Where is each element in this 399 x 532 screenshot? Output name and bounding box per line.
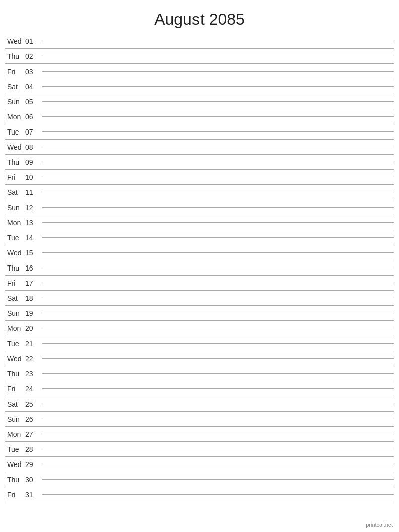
day-name: Sat	[5, 83, 25, 91]
day-line	[42, 479, 394, 480]
day-row: Wed08	[5, 140, 394, 155]
day-number: 03	[25, 68, 40, 76]
day-row: Fri10	[5, 170, 394, 185]
day-number: 09	[25, 158, 40, 166]
day-name: Thu	[5, 158, 25, 166]
day-number: 28	[25, 445, 40, 453]
day-line	[42, 101, 394, 102]
day-line	[42, 162, 394, 162]
day-name: Wed	[5, 460, 25, 469]
day-line	[42, 464, 394, 464]
day-number: 14	[25, 234, 40, 242]
day-row: Tue21	[5, 336, 394, 351]
day-line	[42, 449, 394, 449]
day-line	[42, 192, 394, 192]
day-row: Sat11	[5, 185, 394, 200]
day-number: 13	[25, 219, 40, 227]
day-row: Fri03	[5, 64, 394, 79]
day-row: Wed15	[5, 245, 394, 260]
day-row: Wed29	[5, 457, 394, 472]
day-number: 01	[25, 37, 40, 45]
day-number: 18	[25, 294, 40, 302]
day-line	[42, 434, 394, 434]
day-row: Fri17	[5, 276, 394, 291]
day-row: Tue28	[5, 442, 394, 457]
day-name: Tue	[5, 128, 25, 136]
day-line	[42, 116, 394, 117]
day-row: Wed22	[5, 351, 394, 366]
day-number: 25	[25, 400, 40, 408]
day-line	[42, 343, 394, 344]
day-number: 05	[25, 98, 40, 106]
day-name: Mon	[5, 430, 25, 438]
day-row: Mon27	[5, 427, 394, 442]
day-line	[42, 207, 394, 208]
day-row: Tue07	[5, 124, 394, 140]
day-number: 08	[25, 143, 40, 151]
day-name: Tue	[5, 445, 25, 453]
day-number: 30	[25, 476, 40, 484]
day-row: Fri31	[5, 487, 394, 502]
day-name: Thu	[5, 476, 25, 484]
day-row: Thu02	[5, 49, 394, 64]
day-name: Thu	[5, 264, 25, 272]
day-row: Sun26	[5, 412, 394, 427]
day-line	[42, 373, 394, 374]
day-row: Sun12	[5, 200, 394, 215]
day-name: Fri	[5, 173, 25, 181]
day-row: Sat04	[5, 79, 394, 94]
day-name: Sun	[5, 98, 25, 106]
day-number: 27	[25, 430, 40, 438]
day-line	[42, 237, 394, 238]
day-line	[42, 404, 394, 404]
day-name: Tue	[5, 234, 25, 242]
day-name: Mon	[5, 113, 25, 121]
day-number: 06	[25, 113, 40, 121]
day-number: 19	[25, 309, 40, 317]
day-line	[42, 252, 394, 253]
day-name: Sun	[5, 415, 25, 423]
day-line	[42, 177, 394, 177]
day-name: Fri	[5, 68, 25, 76]
day-row: Fri24	[5, 381, 394, 396]
day-number: 15	[25, 249, 40, 257]
day-number: 07	[25, 128, 40, 136]
day-line	[42, 328, 394, 328]
day-line	[42, 358, 394, 359]
day-number: 21	[25, 340, 40, 348]
day-line	[42, 41, 394, 41]
day-row: Mon06	[5, 109, 394, 124]
day-name: Fri	[5, 491, 25, 499]
day-row: Sat25	[5, 396, 394, 412]
day-row: Wed01	[5, 34, 394, 49]
day-number: 20	[25, 324, 40, 332]
day-line	[42, 86, 394, 87]
day-row: Mon13	[5, 215, 394, 230]
day-number: 17	[25, 279, 40, 287]
day-number: 26	[25, 415, 40, 423]
day-line	[42, 56, 394, 56]
day-line	[42, 494, 394, 495]
day-line	[42, 147, 394, 147]
day-row: Sun05	[5, 94, 394, 109]
day-name: Thu	[5, 370, 25, 378]
day-name: Fri	[5, 385, 25, 393]
day-row: Thu09	[5, 155, 394, 170]
day-name: Wed	[5, 37, 25, 45]
day-number: 10	[25, 173, 40, 181]
day-name: Mon	[5, 324, 25, 332]
day-line	[42, 419, 394, 419]
day-name: Wed	[5, 355, 25, 363]
day-line	[42, 222, 394, 223]
day-row: Tue14	[5, 230, 394, 245]
day-row: Sat18	[5, 291, 394, 306]
day-number: 16	[25, 264, 40, 272]
day-number: 02	[25, 52, 40, 60]
day-number: 29	[25, 460, 40, 469]
day-name: Sat	[5, 188, 25, 196]
day-row: Thu16	[5, 260, 394, 276]
watermark: printcal.net	[366, 522, 393, 528]
day-number: 23	[25, 370, 40, 378]
day-number: 12	[25, 204, 40, 212]
day-number: 04	[25, 83, 40, 91]
